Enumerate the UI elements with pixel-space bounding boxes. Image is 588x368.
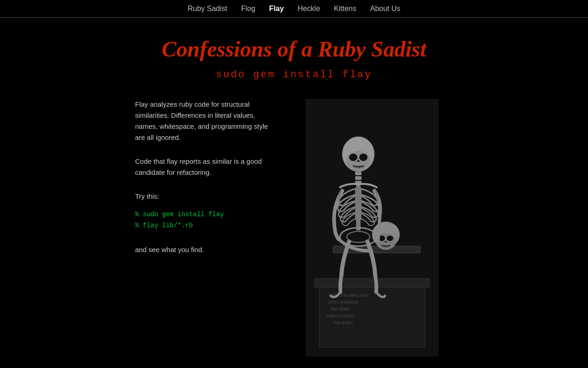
nav-about-us[interactable]: About Us: [370, 5, 401, 13]
skeleton-svg: SOLVITVE OMNE GENV LETO, NITROQVE PER AR…: [305, 99, 439, 356]
code-line-1: % sudo gem install flay: [135, 209, 273, 220]
svg-text:PER ARTES: PER ARTES: [331, 307, 350, 311]
nav-flay[interactable]: Flay: [269, 5, 284, 13]
svg-rect-28: [355, 172, 362, 175]
svg-text:FORINAE POPVL-: FORINAE POPVL-: [326, 314, 356, 318]
nav-kittens[interactable]: Kittens: [334, 5, 356, 13]
paragraph-1: Flay analyzes ruby code for structural s…: [135, 99, 273, 143]
nav-heckle[interactable]: Heckle: [298, 5, 320, 13]
svg-text:LETO, NITROQVE: LETO, NITROQVE: [328, 300, 358, 305]
nav-ruby-sadist[interactable]: Ruby Sadist: [187, 5, 227, 13]
page-title: Confessions of a Ruby Sadist: [0, 36, 588, 62]
svg-point-12: [387, 236, 393, 241]
svg-rect-29: [355, 176, 362, 180]
code-block: % sudo gem install flay % flay lib/*.rb: [135, 209, 273, 231]
install-command: sudo gem install flay: [0, 69, 588, 80]
svg-point-20: [349, 154, 357, 161]
text-column: Flay analyzes ruby code for structural s…: [135, 99, 273, 356]
svg-rect-32: [355, 188, 362, 220]
paragraph-3: Try this:: [135, 191, 273, 202]
code-line-2: % flay lib/*.rb: [135, 220, 273, 231]
svg-text:TVR HOMO.: TVR HOMO.: [333, 321, 353, 325]
image-column: SOLVITVE OMNE GENV LETO, NITROQVE PER AR…: [291, 99, 453, 356]
svg-point-21: [359, 154, 368, 161]
content-area: Flay analyzes ruby code for structural s…: [0, 99, 588, 356]
paragraph-2: Code that flay reports as similar is a g…: [135, 156, 273, 178]
outro-text: and see what you find.: [135, 244, 273, 255]
svg-rect-2: [315, 278, 430, 288]
nav-flog[interactable]: Flog: [241, 5, 255, 13]
skeleton-illustration: SOLVITVE OMNE GENV LETO, NITROQVE PER AR…: [305, 99, 439, 356]
main-nav: Ruby Sadist Flog Flay Heckle Kittens Abo…: [0, 0, 588, 18]
